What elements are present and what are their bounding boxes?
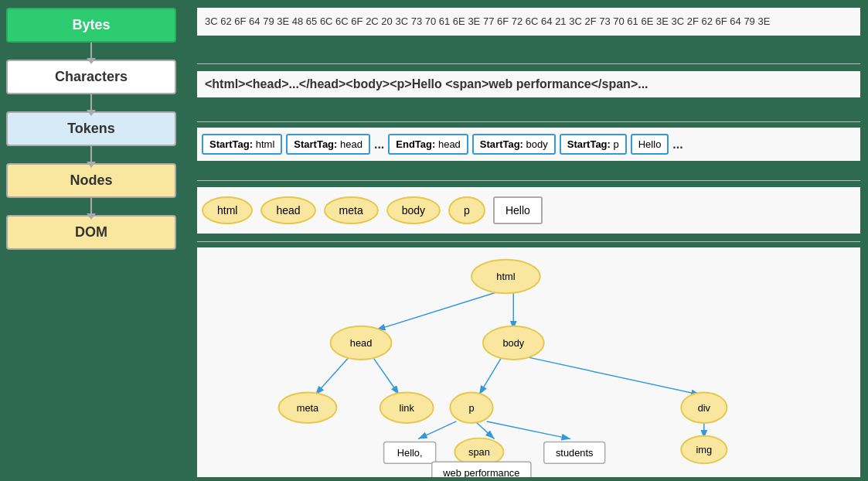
dom-node-meta: meta xyxy=(297,402,319,414)
node-meta: meta xyxy=(324,196,379,224)
node-p: p xyxy=(448,196,485,224)
bytes-hex-row: 3C 62 6F 64 79 3E 48 65 6C 6C 6F 2C 20 3… xyxy=(197,8,860,36)
token-ellipsis-2: ... xyxy=(672,138,682,152)
bytes-hex-text: 3C 62 6F 64 79 3E 48 65 6C 6C 6F 2C 20 3… xyxy=(205,15,770,27)
node-hello-text: Hello xyxy=(493,196,543,224)
arrow-tokens-nodes xyxy=(90,146,92,163)
svg-line-7 xyxy=(418,421,456,439)
token-type-5: StartTag: xyxy=(567,138,611,150)
characters-text: <html><head>...</head><body><p>Hello <sp… xyxy=(205,77,648,90)
svg-line-4 xyxy=(373,356,400,394)
dom-node-body: body xyxy=(502,337,524,349)
tokens-label: Tokens xyxy=(67,121,115,136)
nodes-row: html head meta body p Hello xyxy=(197,187,860,234)
token-startbody: StartTag: body xyxy=(472,134,556,155)
tokens-row: StartTag: html StartTag: head ... EndTag… xyxy=(197,128,860,161)
svg-line-9 xyxy=(487,421,570,439)
svg-line-3 xyxy=(315,356,349,394)
nodes-box: Nodes xyxy=(6,163,176,198)
tokens-box: Tokens xyxy=(6,111,176,146)
token-starthead: StartTag: head xyxy=(286,134,370,155)
node-html: html xyxy=(202,196,253,224)
svg-line-8 xyxy=(475,421,495,439)
dom-node-hello: Hello, xyxy=(397,447,423,459)
divider-2 xyxy=(197,121,860,122)
pipeline: Bytes Characters Tokens Nodes DOM xyxy=(6,8,176,250)
svg-line-6 xyxy=(525,356,700,394)
dom-node-link: link xyxy=(400,402,415,414)
characters-label: Characters xyxy=(55,69,128,84)
divider-3 xyxy=(197,180,860,181)
dom-node-webperf: web performance xyxy=(442,467,519,477)
bytes-label: Bytes xyxy=(72,17,110,32)
characters-box: Characters xyxy=(6,60,176,94)
dom-node-img: img xyxy=(696,444,712,455)
token-type-4: StartTag: xyxy=(480,138,523,150)
arrow-characters-tokens xyxy=(90,94,92,111)
dom-node-p: p xyxy=(468,402,474,414)
content-area: 3C 62 6F 64 79 3E 48 65 6C 6C 6F 2C 20 3… xyxy=(189,0,868,481)
bytes-box: Bytes xyxy=(6,8,176,43)
dom-row: html head body meta link p div Hello, xyxy=(197,247,860,477)
token-startp: StartTag: p xyxy=(560,134,627,155)
divider-1 xyxy=(197,63,860,64)
node-body: body xyxy=(386,196,441,224)
token-starthtml: StartTag: html xyxy=(202,134,282,155)
token-hello: Hello xyxy=(631,134,669,155)
arrow-bytes-characters xyxy=(90,43,92,60)
divider-4 xyxy=(197,241,860,242)
arrow-nodes-dom xyxy=(90,198,92,215)
characters-row: <html><head>...</head><body><p>Hello <sp… xyxy=(197,71,860,97)
dom-node-head: head xyxy=(350,337,373,349)
svg-line-1 xyxy=(376,292,499,329)
dom-node-students: students xyxy=(556,447,593,459)
dom-label: DOM xyxy=(75,224,107,240)
token-endhead: EndTag: head xyxy=(388,134,468,155)
svg-line-5 xyxy=(479,356,502,394)
token-type-3: EndTag: xyxy=(396,138,435,150)
node-head: head xyxy=(260,196,315,224)
token-ellipsis-1: ... xyxy=(374,138,384,152)
dom-node-span: span xyxy=(468,446,490,458)
dom-tree-svg: html head body meta link p div Hello, xyxy=(197,247,860,477)
dom-node-html: html xyxy=(496,271,515,282)
dom-box: DOM xyxy=(6,215,176,250)
nodes-label: Nodes xyxy=(70,172,112,188)
token-type-1: StartTag: xyxy=(209,138,253,150)
dom-node-div: div xyxy=(698,402,711,414)
token-type-2: StartTag: xyxy=(294,138,337,150)
